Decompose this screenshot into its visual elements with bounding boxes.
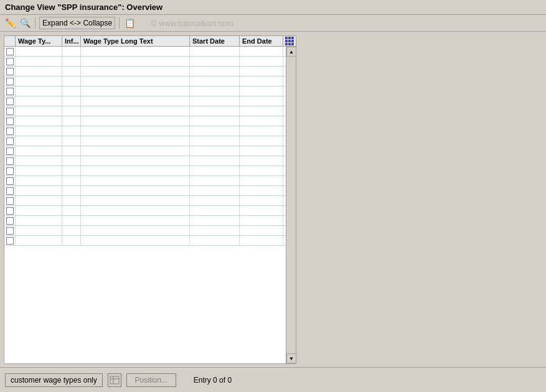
vertical-scrollbar[interactable]: ▲ ▼	[286, 47, 296, 363]
start-date-cell	[190, 116, 240, 126]
scroll-down-arrow[interactable]: ▼	[286, 353, 296, 363]
table-row[interactable]	[4, 57, 286, 67]
table-row[interactable]	[4, 116, 286, 126]
search-icon[interactable]: 🔍	[19, 17, 31, 29]
row-checkbox[interactable]	[6, 108, 14, 115]
row-checkbox[interactable]	[6, 88, 14, 95]
wage-type-cell	[16, 47, 62, 56]
end-date-cell	[240, 176, 283, 185]
row-checkbox[interactable]	[6, 187, 14, 195]
wage-type-cell	[16, 106, 62, 116]
table-row[interactable]	[4, 146, 286, 156]
watermark: © www.tutorialkart.com	[151, 19, 233, 28]
wage-type-cell	[16, 236, 62, 245]
inf-cell	[62, 156, 81, 166]
row-checkbox-cell	[4, 57, 16, 66]
customer-wage-types-button[interactable]: customer wage types only	[5, 373, 103, 387]
expand-collapse-button[interactable]: Expand <-> Collapse	[39, 17, 115, 29]
start-date-cell	[190, 57, 240, 66]
row-checkbox[interactable]	[6, 48, 14, 55]
start-date-cell	[190, 106, 240, 116]
table-row[interactable]	[4, 166, 286, 176]
table-header: Wage Ty... Inf... Wage Type Long Text St…	[4, 36, 296, 47]
inf-cell	[62, 126, 81, 136]
wage-type-cell	[16, 57, 62, 66]
inf-cell	[62, 226, 81, 235]
wage-type-cell	[16, 136, 62, 146]
wage-type-cell	[16, 206, 62, 215]
table-body: ▲ ▼	[4, 47, 296, 363]
long-text-cell	[81, 136, 190, 146]
row-checkbox[interactable]	[6, 98, 14, 105]
long-text-cell	[81, 236, 190, 245]
inf-cell	[62, 86, 81, 96]
table-row[interactable]	[4, 106, 286, 116]
row-checkbox[interactable]	[6, 227, 14, 235]
scroll-up-arrow[interactable]: ▲	[286, 47, 296, 57]
row-checkbox[interactable]	[6, 217, 14, 225]
row-checkbox[interactable]	[6, 78, 14, 85]
toolbar: ✏️ 🔍 Expand <-> Collapse 📋 © www.tutoria…	[0, 15, 546, 32]
inf-cell	[62, 136, 81, 146]
row-checkbox-cell	[4, 96, 16, 106]
row-checkbox[interactable]	[6, 138, 14, 145]
row-checkbox[interactable]	[6, 207, 14, 215]
table-row[interactable]	[4, 236, 286, 246]
long-text-cell	[81, 196, 190, 205]
row-checkbox[interactable]	[6, 167, 14, 175]
row-checkbox[interactable]	[6, 128, 14, 135]
row-checkbox-cell	[4, 47, 16, 56]
table-row[interactable]	[4, 67, 286, 77]
end-date-cell	[240, 96, 283, 106]
long-text-cell	[81, 106, 190, 116]
table-row[interactable]	[4, 47, 286, 57]
table-row[interactable]	[4, 176, 286, 186]
end-date-cell	[240, 196, 283, 205]
long-text-cell	[81, 216, 190, 225]
row-checkbox[interactable]	[6, 157, 14, 165]
row-checkbox[interactable]	[6, 237, 14, 245]
entry-count: Entry 0 of 0	[194, 376, 232, 385]
edit-icon[interactable]: ✏️	[4, 17, 16, 29]
row-checkbox-cell	[4, 186, 16, 195]
row-checkbox[interactable]	[6, 68, 14, 75]
start-date-cell	[190, 96, 240, 106]
status-icon[interactable]	[108, 373, 121, 387]
table-row[interactable]	[4, 156, 286, 166]
row-checkbox[interactable]	[6, 58, 14, 65]
long-text-cell	[81, 126, 190, 136]
start-date-cell	[190, 226, 240, 235]
table-row[interactable]	[4, 96, 286, 106]
end-date-cell	[240, 106, 283, 116]
row-checkbox[interactable]	[6, 118, 14, 125]
table-row[interactable]	[4, 136, 286, 146]
inf-cell	[62, 236, 81, 245]
table-row[interactable]	[4, 77, 286, 86]
table-row[interactable]	[4, 86, 286, 96]
table-row[interactable]	[4, 196, 286, 206]
table-row[interactable]	[4, 216, 286, 226]
start-date-cell	[190, 176, 240, 185]
wage-type-cell	[16, 166, 62, 175]
title-bar: Change View "SPP insurance": Overview	[0, 0, 546, 15]
copy-icon[interactable]: 📋	[123, 17, 136, 29]
inf-cell	[62, 146, 81, 156]
end-date-cell	[240, 67, 283, 76]
table-settings-icon[interactable]	[283, 36, 296, 46]
row-checkbox[interactable]	[6, 147, 14, 155]
row-checkbox-cell	[4, 67, 16, 76]
table-row[interactable]	[4, 226, 286, 236]
scroll-track[interactable]	[286, 57, 296, 353]
checkbox-column-header	[4, 36, 16, 46]
row-checkbox[interactable]	[6, 177, 14, 185]
row-checkbox[interactable]	[6, 197, 14, 205]
long-text-cell	[81, 166, 190, 175]
table-row[interactable]	[4, 126, 286, 136]
table-row[interactable]	[4, 186, 286, 196]
position-button[interactable]: Position...	[126, 373, 176, 387]
table-row[interactable]	[4, 206, 286, 216]
end-date-cell	[240, 206, 283, 215]
row-checkbox-cell	[4, 196, 16, 205]
start-date-cell	[190, 67, 240, 76]
start-date-cell	[190, 47, 240, 56]
